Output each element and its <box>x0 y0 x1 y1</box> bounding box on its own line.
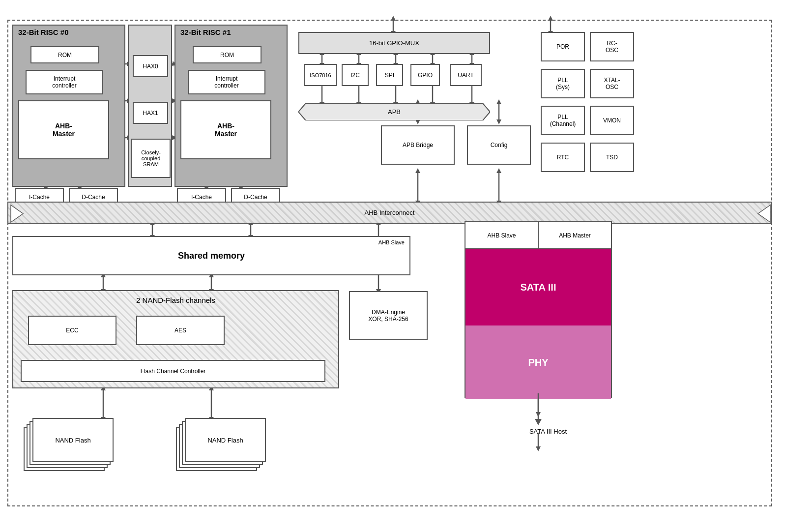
por: POR <box>541 32 585 61</box>
nand-flash-1: NAND Flash <box>32 418 114 462</box>
sata-host-label: SATA III Host <box>506 428 590 435</box>
hax1: HAX1 <box>133 102 168 124</box>
apb-bus-container: APB <box>298 103 490 120</box>
risc1-rom: ROM <box>193 46 262 63</box>
aes: AES <box>136 316 225 345</box>
svg-marker-122 <box>535 419 542 425</box>
risc0-container: 32-Bit RISC #0 ROM Interrupt controller … <box>12 25 125 187</box>
svg-marker-119 <box>11 205 23 222</box>
rtc: RTC <box>541 143 585 172</box>
shared-memory: Shared memory AHB Slave <box>12 236 410 275</box>
rc-osc: RC- OSC <box>590 32 634 61</box>
apb-bridge: APB Bridge <box>381 125 455 165</box>
pll-sys: PLL (Sys) <box>541 69 585 98</box>
risc1-interrupt: Interrupt controller <box>188 70 265 94</box>
config: Config <box>467 125 531 165</box>
hax0: HAX0 <box>133 55 168 77</box>
nand-channels-container: 2 NAND-Flash channels ECC AES Flash Chan… <box>12 290 339 388</box>
nand-flash-2: NAND Flash <box>185 418 266 462</box>
xtal-osc: XTAL- OSC <box>590 69 634 98</box>
risc0-ahb-master: AHB- Master <box>18 100 109 159</box>
sata-ahb-slave: AHB Slave <box>465 222 539 248</box>
sata-container: AHB Slave AHB Master SATA III PHY <box>465 221 612 398</box>
gpio: GPIO <box>410 64 440 86</box>
dma-engine: DMA-Engine XOR, SHA-256 <box>349 291 428 340</box>
risc0-rom: ROM <box>30 46 99 63</box>
risc1-title: 32-Bit RISC #1 <box>180 28 231 36</box>
phy: PHY <box>465 325 611 399</box>
risc0-title: 32-Bit RISC #0 <box>18 28 69 36</box>
tsd: TSD <box>590 143 634 172</box>
sata-ahb-master: AHB Master <box>539 222 611 248</box>
svg-marker-120 <box>758 205 770 222</box>
iso7816: ISO7816 <box>304 64 337 86</box>
ecc: ECC <box>28 316 116 345</box>
risc1-ahb-master: AHB- Master <box>180 100 271 159</box>
flash-channel-controller: Flash Channel Controller <box>21 360 325 382</box>
pll-channel: PLL (Channel) <box>541 106 585 135</box>
vmon: VMON <box>590 106 634 135</box>
spi: SPI <box>376 64 403 86</box>
sata-iii: SATA III <box>465 249 611 325</box>
apb-label: APB <box>388 108 401 116</box>
i2c: I2C <box>342 64 369 86</box>
closely-coupled-sram: Closely- coupled SRAM <box>131 139 171 178</box>
risc0-interrupt: Interrupt controller <box>26 70 103 94</box>
hax-container: HAX0 HAX1 Closely- coupled SRAM <box>128 25 172 187</box>
risc1-container: 32-Bit RISC #1 ROM Interrupt controller … <box>174 25 288 187</box>
uart: UART <box>450 64 482 86</box>
ahb-interconnect: AHB Interconnect <box>7 202 772 224</box>
gpio-mux-bus: 16-bit GPIO-MUX <box>298 32 490 54</box>
